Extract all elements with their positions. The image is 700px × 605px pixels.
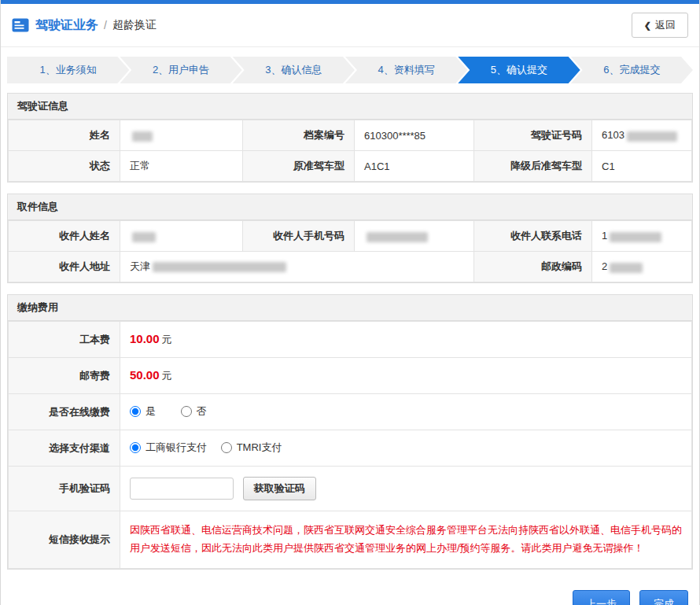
radio-label: TMRI支付 [237,441,282,455]
get-code-button[interactable]: 获取验证码 [243,477,316,500]
pickup-info-table: 收件人姓名 收件人手机号码 收件人联系电话 1 收件人地址 天津 邮政编码 2 [8,220,692,282]
channel-tmri-radio[interactable] [221,442,232,453]
step-1-business-notice[interactable]: 1、业务须知 [7,57,129,83]
online-pay-no-option[interactable]: 否 [181,404,207,419]
value-status: 正常 [120,151,243,182]
header: 驾驶证业务 / 超龄换证 ❮ 返回 [1,4,699,47]
value-zip-code: 2 [592,252,692,282]
section-title-fees: 缴纳费用 [8,295,692,321]
value-text: 1 [602,230,607,242]
radio-label: 否 [197,404,207,419]
redacted-value [627,131,677,142]
prev-step-button[interactable]: 上一步 [573,590,630,605]
driver-license-service-page: 驾驶证业务 / 超龄换证 ❮ 返回 1、业务须知 2、用户申告 3、确认信息 4… [0,0,700,605]
value-text: 正常 [130,160,150,172]
section-license-info: 驾驶证信息 姓名 档案编号 610300****85 驾驶证号码 6103 状态… [7,93,693,183]
page-title: 驾驶证业务 [35,17,98,34]
mailing-fee-unit: 元 [162,370,172,382]
redacted-value [153,262,286,272]
production-fee-unit: 元 [162,334,172,345]
back-button[interactable]: ❮ 返回 [632,13,688,38]
radio-label: 工商银行支付 [146,441,207,455]
license-info-table: 姓名 档案编号 610300****85 驾驶证号码 6103 状态 正常 原准… [8,120,692,182]
value-sms-note: 因陕西省联通、电信运营商技术问题，陕西省互联网交通安全综合服务管理平台无法向持陕… [120,511,692,569]
channel-icbc-radio[interactable] [130,442,141,453]
value-downgraded-class: C1 [592,151,692,182]
label-original-class: 原准驾车型 [243,151,355,182]
value-text: 2 [602,260,607,272]
table-row: 工本费 10.00元 [9,322,692,358]
value-payment-channel: 工商银行支付 TMRI支付 [120,430,692,467]
table-row: 邮寄费 50.00元 [9,358,692,394]
chevron-left-icon: ❮ [644,21,651,30]
label-sms-code: 手机验证码 [9,467,120,511]
table-row: 收件人姓名 收件人手机号码 收件人联系电话 1 [9,221,692,252]
table-row: 选择支付渠道 工商银行支付 TMRI支付 [9,430,692,467]
step-5-confirm-submit[interactable]: 5、确认提交 [458,57,580,83]
finish-button[interactable]: 完成 [639,590,688,605]
table-row: 是否在线缴费 是 否 [9,394,692,430]
table-row: 手机验证码 获取验证码 [9,467,692,511]
value-license-number: 6103 [592,120,692,151]
section-fees: 缴纳费用 工本费 10.00元 邮寄费 50.00元 是否在线缴费 [7,294,693,570]
production-fee-amount: 10.00 [130,332,160,345]
label-file-number: 档案编号 [243,120,355,151]
step-label: 1、业务须知 [40,63,97,77]
value-mailing-fee: 50.00元 [120,358,692,394]
redacted-value [132,131,153,142]
value-recipient-phone: 1 [592,221,692,252]
value-online-pay: 是 否 [120,394,692,430]
redacted-value [610,232,661,242]
value-text: 6103 [602,129,624,141]
steps-bar: 1、业务须知 2、用户申告 3、确认信息 4、资料填写 5、确认提交 6、完成提… [7,57,693,83]
sms-note-text: 因陕西省联通、电信运营商技术问题，陕西省互联网交通安全综合服务管理平台无法向持陕… [130,522,682,558]
fees-table: 工本费 10.00元 邮寄费 50.00元 是否在线缴费 是 [8,321,692,569]
online-pay-no-radio[interactable] [181,406,192,417]
redacted-value [367,232,428,242]
sms-code-input[interactable] [130,478,234,500]
table-row: 短信接收提示 因陕西省联通、电信运营商技术问题，陕西省互联网交通安全综合服务管理… [9,511,692,569]
label-recipient-address: 收件人地址 [9,252,120,282]
redacted-value [610,263,643,273]
value-text: 610300****85 [364,130,426,142]
section-title-license: 驾驶证信息 [8,94,692,120]
step-2-user-declaration[interactable]: 2、用户申告 [120,57,241,83]
value-text: C1 [602,160,615,172]
license-card-icon [12,18,29,32]
section-title-pickup: 取件信息 [8,194,692,220]
label-downgraded-class: 降级后准驾车型 [474,151,592,182]
label-production-fee: 工本费 [9,322,120,358]
step-label: 6、完成提交 [603,63,660,77]
radio-label: 是 [146,404,156,419]
step-label: 5、确认提交 [491,63,547,77]
back-button-label: 返回 [655,18,676,32]
label-online-pay: 是否在线缴费 [9,394,120,430]
redacted-value [132,232,156,242]
online-pay-yes-radio[interactable] [130,406,141,417]
step-label: 4、资料填写 [378,63,435,77]
label-status: 状态 [9,151,120,182]
table-row: 姓名 档案编号 610300****85 驾驶证号码 6103 [9,120,692,151]
value-recipient-name [120,221,243,252]
value-text: 天津 [130,260,150,272]
step-4-fill-info[interactable]: 4、资料填写 [345,57,467,83]
title-separator: / [104,19,107,31]
step-3-confirm-info[interactable]: 3、确认信息 [233,57,355,83]
online-pay-yes-option[interactable]: 是 [130,404,156,419]
channel-icbc-option[interactable]: 工商银行支付 [130,441,207,455]
table-row: 收件人地址 天津 邮政编码 2 [9,252,692,282]
label-recipient-name: 收件人姓名 [9,221,120,252]
value-sms-code: 获取验证码 [120,467,692,511]
label-payment-channel: 选择支付渠道 [9,430,120,467]
step-6-complete-submit[interactable]: 6、完成提交 [571,57,693,83]
label-recipient-mobile: 收件人手机号码 [243,221,355,252]
label-recipient-phone: 收件人联系电话 [474,221,592,252]
label-sms-note: 短信接收提示 [9,511,120,569]
value-recipient-mobile [355,221,474,252]
footer-actions: 上一步 完成 [1,581,699,605]
label-zip-code: 邮政编码 [474,252,592,282]
channel-tmri-option[interactable]: TMRI支付 [221,441,282,455]
step-label: 3、确认信息 [265,63,322,77]
table-row: 状态 正常 原准驾车型 A1C1 降级后准驾车型 C1 [9,151,692,182]
value-file-number: 610300****85 [355,120,474,151]
